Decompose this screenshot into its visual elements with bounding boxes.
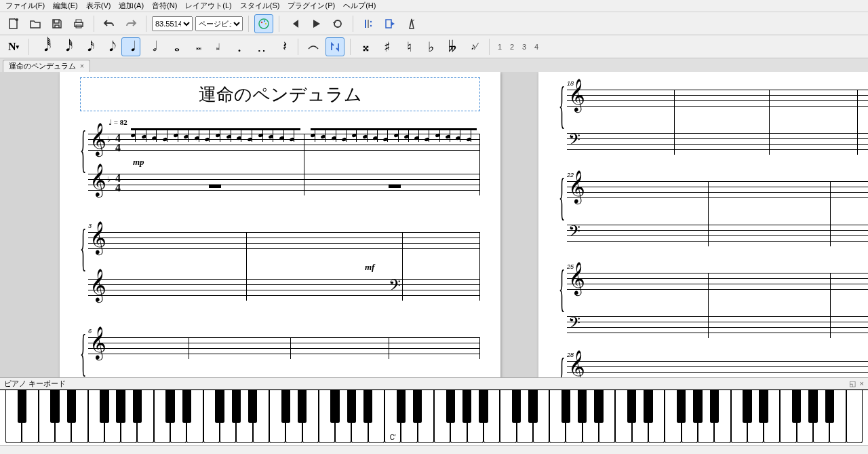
metronome-button[interactable] xyxy=(402,14,421,33)
duration-32nd-button[interactable]: 𝅘𝅥𝅰 xyxy=(56,37,75,56)
play-button[interactable] xyxy=(307,14,326,33)
repeat-toggle-button[interactable] xyxy=(359,14,378,33)
piano-black-key[interactable] xyxy=(644,390,652,423)
piano-black-key[interactable] xyxy=(743,390,751,423)
score-canvas[interactable]: 運命のペンデュラム ♩ = 82 { 𝄞 𝄞 ♭ ♭ 44 44 mp xyxy=(0,72,868,377)
piano-black-key[interactable] xyxy=(561,390,570,423)
piano-black-key[interactable] xyxy=(677,390,686,423)
voice-3-button[interactable]: 3 xyxy=(519,43,529,51)
sharp-button[interactable]: ♯ xyxy=(378,37,397,56)
menu-view[interactable]: 表示(V) xyxy=(83,0,114,12)
panel-close-button[interactable]: × xyxy=(860,379,864,388)
menu-help[interactable]: ヘルプ(H) xyxy=(340,0,378,12)
piano-black-key[interactable] xyxy=(413,390,422,423)
piano-black-key[interactable] xyxy=(67,390,76,423)
flat-button[interactable]: ♭ xyxy=(421,37,440,56)
piano-black-key[interactable] xyxy=(116,390,125,423)
menu-add[interactable]: 追加(A) xyxy=(116,0,146,12)
image-capture-button[interactable] xyxy=(254,14,273,33)
piano-black-key[interactable] xyxy=(479,390,488,423)
piano-black-key[interactable] xyxy=(808,390,817,423)
title-frame[interactable]: 運命のペンデュラム xyxy=(80,77,480,111)
natural-button[interactable]: ♮ xyxy=(399,37,418,56)
piano-panel-header[interactable]: ピアノ キーボード ◱ × xyxy=(0,377,868,390)
voice-4-button[interactable]: 4 xyxy=(532,43,541,51)
piano-black-key[interactable] xyxy=(248,390,257,423)
menu-file[interactable]: ファイル(F) xyxy=(3,0,47,12)
piano-black-key[interactable] xyxy=(693,390,702,423)
dynamic-mf[interactable]: mf xyxy=(365,262,374,273)
score-title[interactable]: 運命のペンデュラム xyxy=(199,83,362,107)
voice-2-button[interactable]: 2 xyxy=(507,43,517,51)
piano-black-key[interactable] xyxy=(397,390,406,423)
duration-quarter-button[interactable]: 𝅘𝅥 xyxy=(121,37,140,56)
piano-black-key[interactable] xyxy=(446,390,455,423)
redo-button[interactable] xyxy=(121,14,140,33)
loop-button[interactable] xyxy=(328,14,347,33)
rewind-button[interactable] xyxy=(285,14,304,33)
view-mode-select[interactable]: ページビュー xyxy=(195,16,243,31)
piano-black-key[interactable] xyxy=(165,390,174,423)
panel-float-button[interactable]: ◱ xyxy=(849,379,856,388)
duration-16th-button[interactable]: 𝅘𝅥𝅯 xyxy=(78,37,97,56)
tempo-marking[interactable]: ♩ = 82 xyxy=(108,118,127,127)
double-flat-button[interactable]: 𝄫 xyxy=(443,37,462,56)
piano-black-key[interactable] xyxy=(298,390,307,423)
piano-keys[interactable]: C' xyxy=(5,390,868,444)
piano-black-key[interactable] xyxy=(232,390,241,423)
tie-button[interactable] xyxy=(304,37,323,56)
duration-half-button[interactable]: 𝅗𝅥 xyxy=(143,37,162,56)
duration-longa-button[interactable]: 𝆷 xyxy=(208,37,227,56)
duration-8th-button[interactable]: 𝅘𝅥𝅮 xyxy=(100,37,119,56)
piano-black-key[interactable] xyxy=(215,390,224,423)
double-sharp-button[interactable]: 𝄪 xyxy=(356,37,375,56)
piano-black-key[interactable] xyxy=(512,390,521,423)
piano-black-key[interactable] xyxy=(347,390,356,423)
pan-toggle-button[interactable] xyxy=(380,14,399,33)
piano-black-key[interactable] xyxy=(50,390,59,423)
menu-layout[interactable]: レイアウト(L) xyxy=(182,0,234,12)
piano-black-key[interactable] xyxy=(281,390,290,423)
piano-black-key[interactable] xyxy=(792,390,801,423)
menu-plugin[interactable]: プラグイン(P) xyxy=(285,0,338,12)
flip-stem-button[interactable] xyxy=(326,37,344,56)
voice-1-button[interactable]: 1 xyxy=(495,43,505,51)
piano-black-key[interactable] xyxy=(462,390,471,423)
piano-white-key[interactable] xyxy=(846,390,863,443)
dot-button[interactable]: . xyxy=(230,37,249,56)
duration-whole-button[interactable]: 𝅝 xyxy=(165,37,184,56)
piano-black-key[interactable] xyxy=(627,390,636,423)
piano-black-key[interactable] xyxy=(578,390,587,423)
duration-64th-button[interactable]: 𝅘𝅥𝅱 xyxy=(35,37,54,56)
menu-edit[interactable]: 編集(E) xyxy=(50,0,81,12)
piano-black-key[interactable] xyxy=(710,390,719,423)
grace-note-button[interactable]: ♪⁄ xyxy=(465,37,484,56)
new-file-button[interactable] xyxy=(4,14,23,33)
duration-breve-button[interactable]: 𝅜 xyxy=(186,37,205,56)
piano-black-key[interactable] xyxy=(594,390,603,423)
menu-style[interactable]: スタイル(S) xyxy=(237,0,283,12)
undo-button[interactable] xyxy=(100,14,119,33)
zoom-select[interactable]: 83.5514% xyxy=(152,16,193,31)
piano-black-key[interactable] xyxy=(363,390,372,423)
score-page-1: 運命のペンデュラム ♩ = 82 { 𝄞 𝄞 ♭ ♭ 44 44 mp xyxy=(60,72,500,377)
tab-close-button[interactable]: × xyxy=(80,62,84,70)
rest-button[interactable]: 𝄽 xyxy=(273,37,292,56)
brace-icon: { xyxy=(559,258,565,318)
document-tab[interactable]: 運命のペンデュラム × xyxy=(3,60,90,72)
piano-black-key[interactable] xyxy=(759,390,768,423)
piano-black-key[interactable] xyxy=(18,390,26,423)
piano-black-key[interactable] xyxy=(330,390,339,423)
dynamic-mp[interactable]: mp xyxy=(133,157,144,168)
piano-black-key[interactable] xyxy=(133,390,142,423)
note-input-toggle[interactable]: N▾ xyxy=(4,37,23,56)
piano-black-key[interactable] xyxy=(825,390,834,423)
menu-note[interactable]: 音符(N) xyxy=(149,0,180,12)
save-button[interactable] xyxy=(47,14,66,33)
piano-black-key[interactable] xyxy=(528,390,537,423)
double-dot-button[interactable]: ‥ xyxy=(252,37,271,56)
piano-black-key[interactable] xyxy=(100,390,108,423)
open-file-button[interactable] xyxy=(26,14,45,33)
print-button[interactable] xyxy=(69,14,88,33)
piano-black-key[interactable] xyxy=(182,390,191,423)
